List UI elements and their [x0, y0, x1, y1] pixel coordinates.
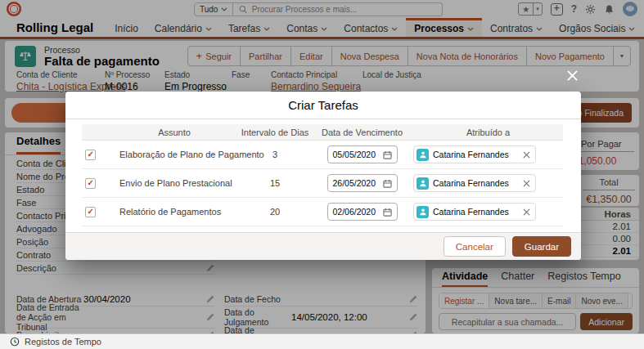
modal-footer: Cancelar Guardar: [65, 232, 581, 260]
utility-bar: Registos de Tempo: [0, 333, 644, 349]
save-button[interactable]: Guardar: [512, 236, 571, 257]
assignee-name: Catarina Fernandes: [433, 207, 519, 217]
assignee-name: Catarina Fernandes: [433, 178, 519, 188]
due-date-input[interactable]: 05/05/2020: [327, 145, 398, 163]
assignee-avatar-icon: [417, 149, 429, 161]
criar-tarefas-modal: Criar Tarefas Assunto Intervalo de Dias …: [65, 92, 581, 260]
assignee-avatar-icon: [417, 177, 429, 190]
task-interval-days: 20: [239, 207, 311, 217]
calendar-icon[interactable]: [383, 179, 392, 188]
calendar-icon[interactable]: [383, 150, 392, 159]
task-checkbox[interactable]: [85, 178, 96, 189]
assignee-pill[interactable]: Catarina Fernandes: [413, 174, 536, 192]
column-header: Atribuído a: [413, 128, 563, 137]
remove-assignee-x-icon[interactable]: [523, 151, 530, 159]
task-rows: Elaboração de Plano de Pagamento 3 05/05…: [82, 141, 563, 226]
column-header: Data de Vencimento: [311, 128, 413, 137]
remove-assignee-x-icon[interactable]: [523, 180, 530, 187]
task-subject: Envio de Plano Prestacional: [110, 178, 239, 188]
clock-icon: [10, 337, 20, 347]
calendar-icon[interactable]: [383, 208, 392, 217]
task-table-header: Assunto Intervalo de Dias Data de Vencim…: [82, 124, 563, 141]
due-date-value: 02/06/2020: [333, 207, 378, 217]
task-interval-days: 3: [239, 150, 311, 159]
column-header: Assunto: [110, 128, 239, 137]
utility-item-label: Registos de Tempo: [25, 337, 101, 347]
task-subject: Relatório de Pagamentos: [110, 207, 239, 217]
due-date-value: 26/05/2020: [333, 178, 378, 188]
task-row: Envio de Plano Prestacional 15 26/05/202…: [82, 169, 563, 198]
assignee-name: Catarina Fernandes: [433, 150, 519, 159]
task-table: Assunto Intervalo de Dias Data de Vencim…: [82, 124, 563, 226]
due-date-input[interactable]: 26/05/2020: [327, 174, 398, 192]
column-header: Intervalo de Dias: [239, 128, 311, 137]
assignee-pill[interactable]: Catarina Fernandes: [413, 203, 536, 221]
cancel-button[interactable]: Cancelar: [444, 236, 506, 257]
close-x-icon: [566, 69, 579, 82]
task-subject: Elaboração de Plano de Pagamento: [110, 150, 239, 159]
task-row: Elaboração de Plano de Pagamento 3 05/05…: [82, 141, 563, 169]
assignee-avatar-icon: [417, 206, 429, 218]
due-date-input[interactable]: 02/06/2020: [327, 203, 398, 221]
task-checkbox[interactable]: [85, 207, 96, 217]
remove-assignee-x-icon[interactable]: [523, 208, 530, 216]
task-row: Relatório de Pagamentos 20 02/06/2020 Ca…: [82, 198, 563, 226]
utility-registos-tempo[interactable]: Registos de Tempo: [0, 334, 111, 349]
assignee-pill[interactable]: Catarina Fernandes: [413, 145, 536, 163]
modal-close-button[interactable]: [566, 69, 579, 84]
modal-title: Criar Tarefas: [65, 92, 581, 119]
due-date-value: 05/05/2020: [333, 150, 378, 159]
task-checkbox[interactable]: [85, 150, 96, 160]
task-interval-days: 15: [239, 178, 311, 188]
